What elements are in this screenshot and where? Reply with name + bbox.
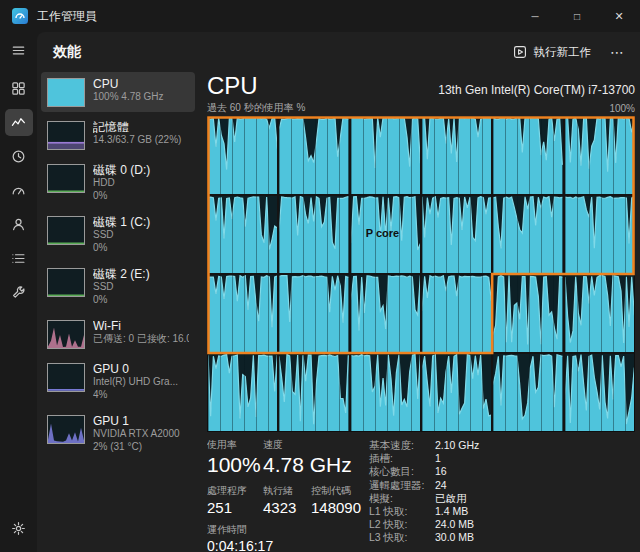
cpu-stats: 使用率 100% 速度 4.78 GHz 處理程序 bbox=[207, 438, 635, 552]
app-icon bbox=[12, 8, 28, 24]
command-bar-actions: 執行新工作 ⋯ bbox=[504, 39, 631, 65]
cpu-detail-label: 模擬: bbox=[369, 492, 435, 505]
rail-item-startup-apps[interactable] bbox=[5, 177, 33, 204]
sidebar-item-title: 磁碟 2 (E:) bbox=[93, 267, 189, 281]
window-title: 工作管理員 bbox=[37, 8, 97, 25]
minimize-button[interactable]: ─ bbox=[514, 0, 556, 32]
cpu-detail-value: 1 bbox=[435, 452, 441, 465]
cpu-core-graph-10 bbox=[493, 196, 562, 273]
sidebar-item-disk-1[interactable]: 磁碟 1 (C:)SSD0% bbox=[41, 210, 195, 259]
cpu-core-graph-23 bbox=[565, 354, 634, 431]
task-manager-window: 工作管理員 ─ □ ✕ 效能 執行新工作 ⋯ CPU100% 4.78 GHz記… bbox=[0, 0, 640, 552]
cpu-core-graph-17 bbox=[565, 275, 634, 352]
rail-item-users[interactable] bbox=[5, 211, 33, 238]
cpu-detail-label: L1 快取: bbox=[369, 505, 435, 518]
cpu-detail-label: L3 快取: bbox=[369, 531, 435, 544]
cpu-uptime-label: 運作時間 bbox=[207, 523, 273, 537]
maximize-button[interactable]: □ bbox=[556, 0, 598, 32]
cpu-detail-row: 邏輯處理器:24 bbox=[369, 479, 635, 492]
cpu-core-grid bbox=[207, 116, 635, 432]
cpu-core-graph-21 bbox=[422, 354, 491, 431]
cpu-detail-value: 16 bbox=[435, 465, 447, 478]
rail-item-processes[interactable] bbox=[5, 75, 33, 102]
cpu-core-graph-4 bbox=[493, 117, 562, 194]
cpu-core-graph-0 bbox=[208, 117, 277, 194]
sidebar-item-memory[interactable]: 記憶體14.3/63.7 GB (22%) bbox=[41, 115, 195, 155]
cpu-detail-row: 模擬:已啟用 bbox=[369, 492, 635, 505]
cpu-core-graph-6 bbox=[208, 196, 277, 273]
cpu-core-graph-14 bbox=[351, 275, 420, 352]
user-icon bbox=[11, 217, 26, 232]
cpu-detail-row: 插槽:1 bbox=[369, 452, 635, 465]
wrench-icon bbox=[11, 285, 26, 300]
rail-item-performance[interactable] bbox=[5, 109, 33, 136]
rail-item-details[interactable] bbox=[5, 245, 33, 272]
sidebar-item-subtitle: SSD bbox=[93, 229, 189, 242]
cpu-core-graph-1 bbox=[279, 117, 348, 194]
cpu-core-graph-18 bbox=[208, 354, 277, 431]
cpu-core-graph-19 bbox=[279, 354, 348, 431]
run-new-task-label: 執行新工作 bbox=[534, 45, 592, 60]
cpu-threads-stat: 執行緒 4323 bbox=[263, 484, 311, 516]
run-new-task-button[interactable]: 執行新工作 bbox=[504, 40, 601, 65]
cpu-core-graph-3 bbox=[422, 117, 491, 194]
menu-icon bbox=[11, 43, 26, 58]
sidebar-item-title: GPU 0 bbox=[93, 362, 189, 376]
sidebar-item-wifi[interactable]: Wi-Fi已傳送: 0 已接收: 16.0 K bbox=[41, 314, 195, 354]
cpu-detail-row: L1 快取:1.4 MB bbox=[369, 505, 635, 518]
cpu-processes-label: 處理程序 bbox=[207, 484, 263, 498]
sidebar-item-subtitle: 已傳送: 0 已接收: 16.0 K bbox=[93, 333, 189, 346]
rail-item-settings[interactable] bbox=[5, 515, 33, 542]
cpu-section-title: CPU bbox=[207, 72, 258, 100]
cpu-uptime-stat: 運作時間 0:04:16:17 bbox=[207, 523, 273, 552]
cpu-threads-value: 4323 bbox=[263, 499, 311, 516]
cpu-speed-value: 4.78 GHz bbox=[263, 453, 352, 477]
command-bar: 效能 執行新工作 ⋯ bbox=[37, 32, 640, 72]
wifi-thumbnail-graph bbox=[47, 320, 85, 349]
cpu-core-graph-11 bbox=[565, 196, 634, 273]
performance-sidebar: CPU100% 4.78 GHz記憶體14.3/63.7 GB (22%)磁碟 … bbox=[37, 72, 199, 552]
cpu-detail-label: 插槽: bbox=[369, 452, 435, 465]
rail-item-menu[interactable] bbox=[5, 37, 33, 64]
cpu-detail-value: 已啟用 bbox=[435, 492, 467, 505]
clock-icon bbox=[11, 149, 26, 164]
cpu-usage-value: 100% bbox=[207, 453, 263, 477]
cpu-core-graph-8 bbox=[351, 196, 420, 273]
cpu-detail-value: 24.0 MB bbox=[435, 518, 474, 531]
cpu-threads-label: 執行緒 bbox=[263, 484, 311, 498]
cpu-core-graph-13 bbox=[279, 275, 348, 352]
page-title: 效能 bbox=[53, 43, 81, 61]
cpu-detail-label: 基本速度: bbox=[369, 439, 435, 452]
cpu-core-graph-12 bbox=[208, 275, 277, 352]
cpu-speed-label: 速度 bbox=[263, 438, 352, 452]
cpu-core-graph-9 bbox=[422, 196, 491, 273]
gear-icon bbox=[11, 521, 26, 536]
run-new-task-icon bbox=[513, 45, 527, 59]
titlebar: 工作管理員 ─ □ ✕ bbox=[0, 0, 640, 32]
sidebar-item-subtitle: NVIDIA RTX A2000 bbox=[93, 428, 189, 441]
sidebar-item-gpu-0[interactable]: GPU 0Intel(R) UHD Gra...4% bbox=[41, 357, 195, 406]
disk-1-thumbnail-graph bbox=[47, 216, 85, 245]
cpu-detail-label: 核心數目: bbox=[369, 465, 435, 478]
cpu-detail-value: 2.10 GHz bbox=[435, 439, 479, 452]
sidebar-item-cpu[interactable]: CPU100% 4.78 GHz bbox=[41, 72, 195, 112]
rail-item-app-history[interactable] bbox=[5, 143, 33, 170]
cpu-usage-label: 使用率 bbox=[207, 438, 263, 452]
more-options-button[interactable]: ⋯ bbox=[604, 39, 630, 65]
cpu-detail-value: 30.0 MB bbox=[435, 531, 474, 544]
sidebar-item-title: Wi-Fi bbox=[93, 319, 189, 333]
sidebar-item-subtitle: SSD bbox=[93, 281, 189, 294]
cpu-detail-label: L2 快取: bbox=[369, 518, 435, 531]
cpu-core-graph-5 bbox=[565, 117, 634, 194]
cpu-detail-row: L2 快取:24.0 MB bbox=[369, 518, 635, 531]
gauge-icon bbox=[11, 183, 26, 198]
window-controls: ─ □ ✕ bbox=[514, 0, 640, 32]
sidebar-item-disk-0[interactable]: 磁碟 0 (D:)HDD0% bbox=[41, 158, 195, 207]
close-button[interactable]: ✕ bbox=[598, 0, 640, 32]
sidebar-item-disk-2[interactable]: 磁碟 2 (E:)SSD0% bbox=[41, 262, 195, 311]
sidebar-item-title: GPU 1 bbox=[93, 414, 189, 428]
cpu-usage-stat: 使用率 100% bbox=[207, 438, 263, 477]
rail-item-services[interactable] bbox=[5, 279, 33, 306]
sidebar-item-subtitle: 0% bbox=[93, 190, 189, 203]
sidebar-item-gpu-1[interactable]: GPU 1NVIDIA RTX A20002% (31 °C) bbox=[41, 409, 195, 458]
